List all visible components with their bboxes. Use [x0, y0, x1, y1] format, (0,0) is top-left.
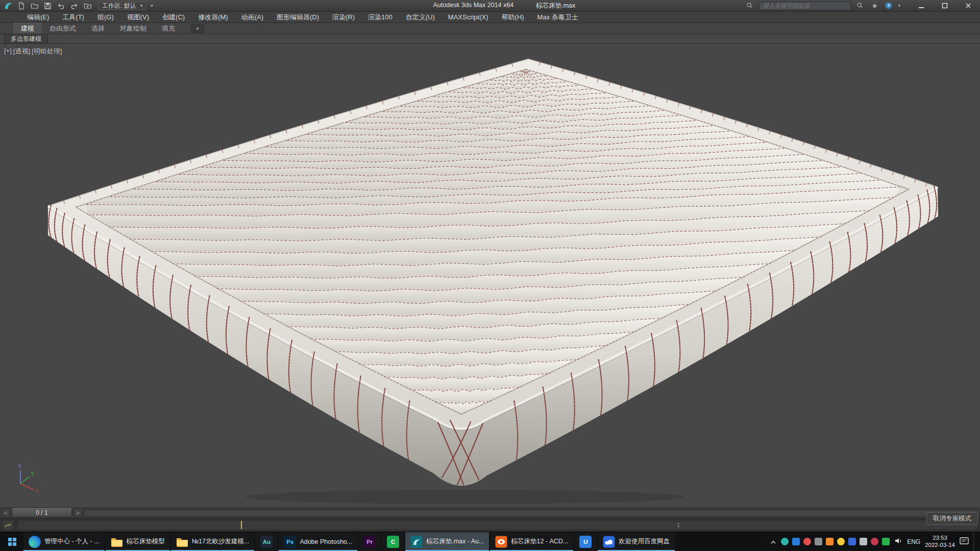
- menu-create[interactable]: 创建(C): [156, 12, 191, 22]
- next-frame-button[interactable]: >: [74, 508, 82, 517]
- project-folder-button[interactable]: [82, 1, 93, 11]
- redo-button[interactable]: [68, 1, 80, 11]
- menu-modifiers[interactable]: 修改器(M): [191, 12, 235, 22]
- search-go-button[interactable]: [855, 1, 865, 11]
- tray-expand-button[interactable]: [770, 537, 776, 546]
- menubar: 编辑(E)工具(T)组(G)视图(V)创建(C)修改器(M)动画(A)图形编辑器…: [0, 12, 980, 23]
- help-icon: ?: [885, 2, 893, 10]
- minimize-button[interactable]: [910, 0, 933, 11]
- ribbon-minimize-button[interactable]: ▾: [191, 24, 204, 33]
- ribbon-panel-polygon-modeling[interactable]: 多边形建模: [4, 34, 48, 43]
- taskbar-item-adobe-premiere[interactable]: Pr: [358, 532, 381, 551]
- open-file-icon: [31, 2, 38, 10]
- viewport-menu-general[interactable]: [+]: [4, 47, 12, 56]
- tray-icon-red[interactable]: [803, 538, 811, 545]
- show-desktop-button[interactable]: [973, 532, 976, 551]
- taskbar-item-folder-sofa-modeling[interactable]: №17北欧沙发建模...: [171, 532, 255, 551]
- taskbar-item-edge-browser[interactable]: 管理中心 - 个人 - ...: [23, 532, 105, 551]
- search-input[interactable]: [759, 2, 851, 10]
- taskbar-item-acdsee[interactable]: 棕芯床垫12 - ACD...: [490, 532, 573, 551]
- ribbon-tab-populate[interactable]: 填充: [154, 23, 183, 34]
- tray-icon-orange[interactable]: [826, 538, 834, 545]
- ribbon-tab-selection[interactable]: 选择: [84, 23, 112, 34]
- tray-icon-indigo[interactable]: [848, 538, 856, 545]
- tray-icon-teal[interactable]: [781, 538, 789, 545]
- menu-graph-editors[interactable]: 图形编辑器(D): [270, 12, 326, 22]
- system-tray: ENG 23:53 2022-03-14: [766, 532, 980, 551]
- minimize-icon: [918, 3, 924, 9]
- menu-rendering[interactable]: 渲染(R): [326, 12, 361, 22]
- menu-max-antivirus[interactable]: Max 杀毒卫士: [531, 12, 585, 22]
- taskbar-item-label: 管理中心 - 个人 - ...: [44, 537, 100, 546]
- search-scope-button[interactable]: [745, 1, 755, 11]
- 3ds-max-window: 工作区: 默认 ▾ ▾ Autodesk 3ds Max 2014 x64 棕芯…: [0, 0, 980, 551]
- language-indicator[interactable]: ENG: [907, 538, 920, 545]
- taskbar-item-adobe-photoshop[interactable]: PsAdobe Photosho...: [279, 532, 357, 551]
- menu-edit[interactable]: 编辑(E): [20, 12, 56, 22]
- 3ds-max-icon: [410, 536, 423, 548]
- workspace-selector[interactable]: 工作区: 默认 ▾: [98, 2, 146, 10]
- time-slider-track[interactable]: [84, 509, 978, 517]
- app-menu-button[interactable]: [2, 1, 14, 11]
- taskbar-item-app-c[interactable]: C: [382, 532, 404, 551]
- tray-icon-blue[interactable]: [792, 538, 800, 545]
- taskbar-item-label: 欢迎使用百度网盘: [619, 537, 670, 546]
- qat-overflow-button[interactable]: ▾: [151, 3, 153, 8]
- start-button[interactable]: [1, 532, 23, 551]
- viewport-menu-pov[interactable]: [透视]: [13, 47, 30, 56]
- menu-animation[interactable]: 动画(A): [235, 12, 270, 22]
- help-button[interactable]: ?: [884, 1, 894, 11]
- menu-help[interactable]: 帮助(H): [495, 12, 531, 22]
- menu-customize[interactable]: 自定义(U): [399, 12, 442, 22]
- taskbar-item-app-u[interactable]: U: [574, 532, 597, 551]
- save-file-button[interactable]: [42, 1, 54, 11]
- tray-icon-yellow[interactable]: [837, 538, 845, 545]
- quilt-rows: [86, 69, 900, 416]
- folder-sofa-modeling-icon: [176, 536, 188, 548]
- previous-frame-button[interactable]: <: [2, 508, 10, 517]
- menu-views[interactable]: 视图(V): [120, 12, 156, 22]
- quick-access-toolbar: 工作区: 默认 ▾ ▾: [2, 0, 153, 11]
- ribbon-tab-object-paint[interactable]: 对象绘制: [112, 23, 154, 34]
- menu-tools[interactable]: 工具(T): [56, 12, 91, 22]
- favorites-star-button[interactable]: ★: [869, 1, 879, 11]
- current-frame-marker[interactable]: [241, 521, 242, 529]
- menu-maxscript[interactable]: MAXScript(X): [442, 12, 495, 22]
- volume-button[interactable]: [894, 537, 902, 547]
- open-file-button[interactable]: [29, 1, 40, 11]
- tray-icon-green[interactable]: [882, 538, 890, 545]
- windows-logo-icon: [8, 538, 16, 546]
- maximize-button[interactable]: [933, 0, 957, 11]
- clock-time: 23:53: [933, 535, 947, 541]
- tray-icon-crimson[interactable]: [871, 538, 878, 545]
- taskbar-clock[interactable]: 23:53 2022-03-14: [925, 535, 955, 548]
- ribbon-tab-freeform[interactable]: 自由形式: [42, 23, 84, 34]
- menu-group[interactable]: 组(G): [91, 12, 120, 22]
- ribbon-tab-modeling[interactable]: 建模: [13, 23, 42, 34]
- new-scene-button[interactable]: [15, 1, 27, 11]
- action-center-button[interactable]: [960, 537, 969, 546]
- help-menu-button[interactable]: ▾: [898, 3, 900, 8]
- viewport[interactable]: [+] [透视] [明暗处理] xyz: [0, 44, 980, 507]
- mini-curve-editor-button[interactable]: [2, 520, 14, 530]
- titlebar: 工作区: 默认 ▾ ▾ Autodesk 3ds Max 2014 x64 棕芯…: [0, 0, 980, 12]
- mattress-model[interactable]: xyz: [0, 44, 980, 507]
- ribbon-panel-row: 多边形建模: [0, 34, 980, 44]
- undo-button[interactable]: [55, 1, 67, 11]
- save-file-icon: [44, 2, 52, 10]
- taskbar-item-3ds-max[interactable]: 棕芯床垫.max - Au...: [405, 532, 489, 551]
- folder-icon: [111, 537, 123, 547]
- tray-icon-gray[interactable]: [815, 538, 822, 545]
- adobe-audition-icon: Au: [260, 536, 273, 548]
- taskbar-item-folder-mattress-model[interactable]: 棕芯床垫模型: [106, 532, 170, 551]
- taskbar-item-baidu-netdisk[interactable]: 欢迎使用百度网盘: [598, 532, 675, 551]
- taskbar-item-adobe-audition[interactable]: Au: [255, 532, 278, 551]
- tray-icon-silver[interactable]: [860, 538, 867, 545]
- viewport-menu-shading[interactable]: [明暗处理]: [32, 47, 62, 56]
- timeline-row: < 0 / 1 >: [0, 507, 980, 518]
- time-slider-handle[interactable]: 0 / 1: [12, 508, 72, 517]
- close-button[interactable]: [957, 0, 980, 11]
- menu-render100[interactable]: 渲染100: [361, 12, 399, 22]
- track-bar[interactable]: 1: [17, 520, 978, 530]
- cancel-expert-mode-button[interactable]: 取消专家模式: [926, 512, 978, 525]
